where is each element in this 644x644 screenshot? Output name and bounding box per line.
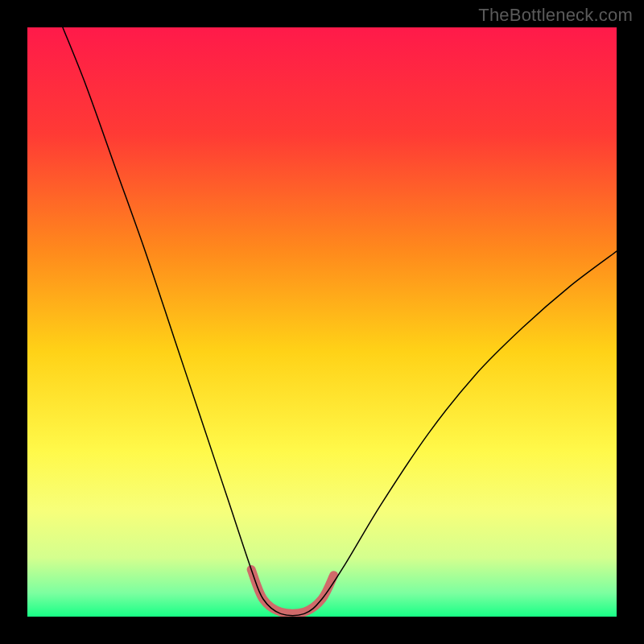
plot-area	[27, 27, 617, 617]
bottleneck-curve	[63, 27, 617, 616]
chart-frame: TheBottleneck.com	[0, 0, 644, 644]
curves-layer	[27, 27, 617, 617]
trough-highlight	[251, 569, 333, 613]
watermark-text: TheBottleneck.com	[478, 5, 633, 26]
